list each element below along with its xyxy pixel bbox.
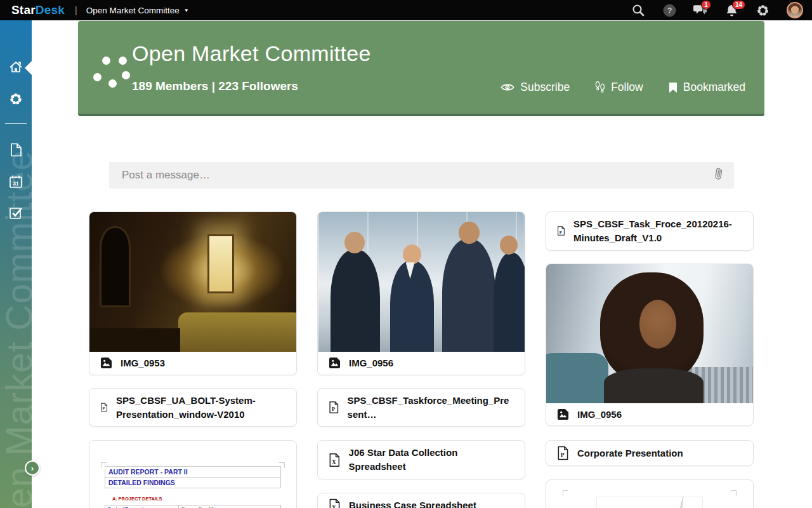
notifications-button[interactable]: 14: [724, 3, 738, 17]
brand-star: Star: [11, 3, 36, 17]
photo-img-0956-portrait: [546, 264, 753, 403]
svg-text:P: P: [332, 406, 335, 412]
table-row: Project/Support Group/MangementID: Europ…: [105, 505, 281, 508]
audit-doc-body: AUDIT REPORT - PART II DETAILED FINDINGS…: [89, 441, 296, 508]
group-stats: 189 Members | 223 Followers: [132, 79, 298, 93]
subscribe-label: Subscribe: [520, 81, 570, 94]
file-name: SPS_CBSF_UA_BOLT-System-Presentation_win…: [116, 394, 285, 422]
home-icon: [9, 61, 23, 74]
chevron-right-icon: ›: [31, 464, 34, 473]
file-name: SPS_CBSF_Task_Froce_20120216-Minutes_Dra…: [573, 217, 742, 245]
calendar-day-label: 31: [13, 180, 19, 187]
help-button[interactable]: ?: [662, 3, 676, 17]
context-switcher[interactable]: Open Market Committee ▼: [86, 6, 189, 15]
subscribe-button[interactable]: Subscribe: [501, 81, 570, 94]
bookmark-icon: [669, 82, 678, 93]
gear-icon: [9, 92, 23, 106]
svg-text:P: P: [103, 406, 105, 410]
active-page-indicator: [25, 61, 32, 75]
file-name: SPS_CBSF_Taskforce_Meeting_Present…: [348, 394, 514, 422]
doc-preview-biosphere[interactable]: BIOSPHERE CONNECTIONS UNESCO:MAB: [546, 479, 754, 508]
brand-desk: Desk: [36, 3, 65, 17]
audit-title-1: AUDIT REPORT - PART II: [105, 466, 281, 478]
sidebar-item-settings[interactable]: [0, 86, 32, 112]
ppt-file-icon: P: [557, 224, 565, 238]
file-card-taskforce-minutes[interactable]: P SPS_CBSF_Task_Froce_20120216-Minutes_D…: [546, 211, 754, 251]
footprints-icon: [595, 81, 605, 93]
card-column-1: IMG_0953 P SPS_CBSF_UA_BOLT-System-Prese…: [89, 211, 297, 508]
photo-img-0956-meeting: [318, 212, 525, 352]
left-sidebar: Open Market Committee 31: [0, 20, 32, 508]
biosphere-slide: BIOSPHERE CONNECTIONS UNESCO:MAB: [596, 497, 703, 508]
sidebar-item-calendar[interactable]: 31: [0, 169, 32, 194]
sidebar-expand-button[interactable]: ›: [25, 460, 40, 476]
search-icon: [632, 4, 645, 17]
group-header: Open Market Committee 189 Members | 223 …: [78, 21, 764, 116]
notifications-badge: 14: [732, 0, 745, 10]
audit-title-2: DETAILED FINDINGS: [105, 478, 281, 488]
ppt-file-icon: P: [329, 400, 339, 415]
paperclip-icon: [713, 166, 725, 182]
user-avatar[interactable]: [787, 2, 803, 18]
doc-margin-mark: [731, 490, 737, 496]
xls-file-icon: X: [329, 453, 341, 467]
search-button[interactable]: [631, 3, 645, 17]
card-column-3: P SPS_CBSF_Task_Froce_20120216-Minutes_D…: [546, 211, 754, 508]
group-actions: Subscribe Follow Bookmarked: [501, 81, 745, 94]
file-name: IMG_0953: [121, 356, 165, 370]
svg-text:X: X: [332, 458, 336, 465]
bookmarked-button[interactable]: Bookmarked: [669, 81, 745, 94]
file-card-business-case-spreadsheet[interactable]: X Business Case Spreadsheet: [317, 493, 525, 508]
doc-margin-mark: [101, 462, 107, 468]
document-icon: [10, 143, 22, 157]
file-card-taskforce-presentation[interactable]: P SPS_CBSF_Taskforce_Meeting_Present…: [317, 388, 525, 427]
post-message-input[interactable]: [122, 169, 714, 182]
messages-badge: 1: [701, 0, 711, 10]
page-title: Open Market Committee: [132, 41, 371, 66]
file-name: J06 Star Data Collection Spreadsheet: [349, 446, 514, 474]
app-logo[interactable]: StarDesk: [11, 3, 65, 17]
sidebar-item-tasks[interactable]: [0, 201, 32, 226]
doc-margin-mark: [563, 490, 568, 496]
file-name: Business Case Spreadsheet: [349, 498, 476, 508]
chevron-down-icon: ▼: [184, 8, 189, 13]
follow-label: Follow: [611, 81, 643, 94]
xls-file-icon: X: [329, 498, 341, 508]
file-card-bolt-presentation[interactable]: P SPS_CBSF_UA_BOLT-System-Presentation_w…: [89, 388, 297, 427]
eye-icon: [501, 83, 514, 92]
gear-icon: [756, 4, 769, 17]
svg-text:?: ?: [667, 6, 672, 15]
image-file-icon: [100, 357, 112, 369]
audit-section-heading: A. PROJECT DETAILS: [112, 496, 281, 502]
image-file-icon: [557, 408, 569, 420]
card-column-2: IMG_0956 P SPS_CBSF_Taskforce_Meeting_Pr…: [317, 211, 525, 508]
branch-lines: [640, 497, 697, 508]
messages-button[interactable]: 1: [693, 3, 707, 17]
attach-button[interactable]: [712, 166, 724, 184]
ppt-file-icon: P: [557, 446, 569, 460]
audit-table: Project/Support Group/MangementID: Europ…: [105, 505, 281, 508]
file-card-data-collection-spreadsheet[interactable]: X J06 Star Data Collection Spreadsheet: [317, 440, 525, 479]
post-composer: [109, 162, 734, 189]
image-card-img-0956-meeting[interactable]: IMG_0956: [317, 211, 525, 375]
svg-text:P: P: [560, 230, 562, 234]
image-card-img-0953[interactable]: IMG_0953: [89, 211, 297, 375]
top-bar: StarDesk | Open Market Committee ▼ ? 1 1…: [0, 0, 812, 20]
sidebar-item-documents[interactable]: [0, 137, 32, 163]
file-name: IMG_0956: [349, 356, 393, 370]
ppt-file-icon: P: [100, 400, 108, 415]
calendar-icon: 31: [9, 175, 23, 189]
svg-text:X: X: [332, 504, 336, 508]
settings-button[interactable]: [756, 3, 769, 17]
photo-img-0953: [89, 212, 296, 352]
follow-button[interactable]: Follow: [595, 81, 643, 94]
topbar-divider: |: [75, 5, 77, 15]
file-card-corporate-presentation[interactable]: P Corporate Presentation: [546, 440, 754, 466]
card-footer: IMG_0956: [318, 352, 525, 375]
image-card-img-0956-portrait[interactable]: IMG_0956: [546, 264, 754, 427]
group-dots-logo: [92, 54, 128, 91]
card-footer: IMG_0956: [546, 403, 753, 426]
svg-text:P: P: [561, 452, 565, 458]
doc-preview-audit-report[interactable]: AUDIT REPORT - PART II DETAILED FINDINGS…: [89, 440, 297, 508]
file-name: Corporate Presentation: [577, 446, 683, 460]
